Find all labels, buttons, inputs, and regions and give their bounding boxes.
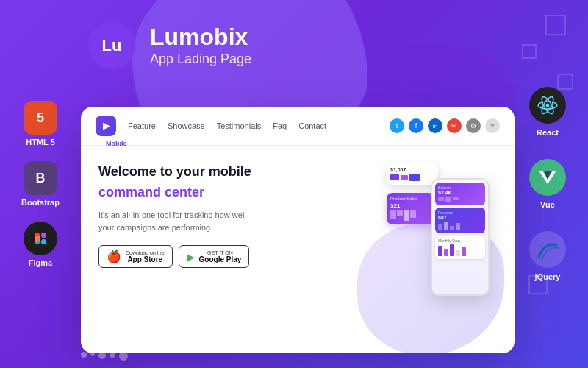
card-logo-icon: ▶ — [103, 121, 110, 131]
bootstrap-badge: B — [24, 161, 57, 195]
app-store-text: Download on the App Store — [126, 250, 165, 263]
app-store-large-text: App Store — [126, 255, 165, 263]
svg-rect-1 — [41, 233, 46, 238]
email-icon[interactable]: ✉ — [447, 118, 462, 133]
svg-rect-4 — [35, 236, 40, 241]
play-icon: ▶ — [187, 251, 195, 263]
figma-badge — [24, 222, 57, 255]
phone-card-3: Monthly Stats — [435, 236, 485, 259]
gear-icon[interactable]: ⚙ — [466, 118, 481, 133]
figma-label: Figma — [29, 258, 52, 267]
svg-point-3 — [41, 239, 46, 244]
app-subtitle: App Lading Page — [150, 52, 251, 67]
tech-icon-jquery: jQuery — [529, 231, 566, 281]
react-badge — [529, 87, 566, 124]
menu-icon[interactable]: ≡ — [485, 118, 500, 133]
logo-initials: Lu — [102, 36, 122, 55]
tech-icon-vue: Vue — [529, 159, 566, 209]
tech-icon-figma: Figma — [7, 222, 74, 267]
vue-label: Vue — [540, 200, 555, 209]
phone-screen: Balance $2.4k Revenue $87 — [432, 180, 488, 294]
phone-card-1: Balance $2.4k — [435, 183, 485, 205]
nav-link-faq[interactable]: Faq — [273, 121, 287, 130]
nav-link-feature[interactable]: Feature — [128, 121, 156, 130]
react-label: React — [537, 128, 559, 137]
nav-link-testimonials[interactable]: Testimonials — [217, 121, 262, 130]
nav-link-contact[interactable]: Contact — [298, 121, 326, 130]
tech-icon-react: React — [529, 87, 566, 137]
tech-icon-bootstrap: B Bootstrap — [7, 161, 74, 207]
card-nav-links: Feature Showcase Testimonials Faq Contac… — [128, 121, 382, 130]
phone-card-2: Revenue $87 — [435, 208, 485, 233]
html5-badge-text: 5 — [37, 110, 44, 126]
card-description: It's an all-in-one tool for tracking how… — [98, 209, 260, 233]
phone-mockup-area: $1,007 Product Sales 321 — [350, 163, 497, 341]
google-play-text: GET IT ON Google Play — [199, 250, 242, 263]
tech-icons-left: 5 HTML 5 B Bootstrap Figma — [7, 0, 74, 368]
app-title: Lumobix — [150, 24, 251, 50]
float-card-2: Product Sales 321 — [387, 193, 434, 224]
linkedin-icon[interactable]: in — [428, 118, 442, 133]
vue-badge — [529, 159, 566, 196]
card-left-content: Welcome to your mobile command center It… — [98, 163, 335, 268]
apple-icon: 🍎 — [107, 250, 121, 263]
float-card-1: $1,007 — [387, 163, 438, 185]
card-content: Welcome to your mobile command center It… — [81, 149, 514, 353]
tech-icons-right: React Vue jQuery — [514, 0, 581, 368]
google-play-button[interactable]: ▶ GET IT ON Google Play — [179, 245, 250, 268]
app-store-small-text: Download on the — [126, 250, 165, 255]
bootstrap-badge-text: B — [36, 171, 46, 186]
facebook-icon[interactable]: f — [409, 118, 423, 133]
store-buttons: 🍎 Download on the App Store ▶ GET IT ON … — [98, 245, 335, 268]
card-welcome-line1: Welcome to your mobile — [98, 163, 335, 180]
app-logo: Lu — [88, 22, 135, 69]
card-welcome-line2: command center — [98, 185, 335, 200]
main-card: ▶ Feature Showcase Testimonials Faq Cont… — [81, 107, 514, 353]
tech-icon-html5: 5 HTML 5 — [7, 101, 74, 146]
card-logo: ▶ — [96, 116, 116, 136]
html5-label: HTML 5 — [26, 138, 55, 146]
header-text: Lumobix App Lading Page — [150, 24, 251, 67]
jquery-badge — [529, 231, 566, 268]
bootstrap-label: Bootstrap — [21, 198, 60, 207]
html5-badge: 5 — [24, 101, 57, 135]
twitter-icon[interactable]: t — [390, 118, 404, 133]
google-play-large-text: Google Play — [199, 255, 242, 263]
phone-frame: Balance $2.4k Revenue $87 — [431, 178, 490, 296]
mobile-label: Mobile — [81, 140, 514, 149]
card-nav-icons: t f in ✉ ⚙ ≡ — [390, 118, 500, 133]
svg-point-8 — [546, 104, 550, 107]
app-store-button[interactable]: 🍎 Download on the App Store — [98, 245, 173, 268]
jquery-label: jQuery — [535, 272, 561, 281]
nav-link-showcase[interactable]: Showcase — [168, 121, 205, 130]
header-area: Lu Lumobix App Lading Page — [88, 22, 500, 69]
dot-1 — [81, 352, 87, 358]
google-play-small-text: GET IT ON — [199, 250, 242, 255]
